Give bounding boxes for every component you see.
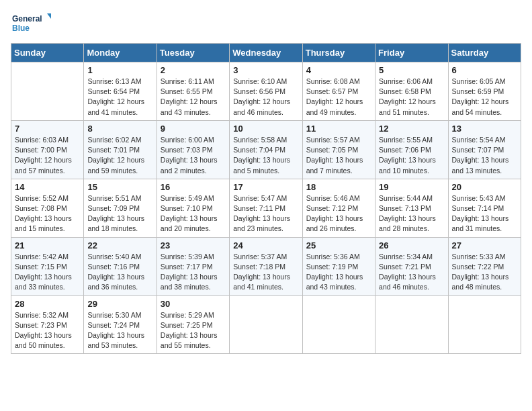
day-number: 25 [306, 240, 371, 250]
calendar-cell: 15Sunrise: 5:51 AMSunset: 7:09 PMDayligh… [84, 179, 157, 237]
day-number: 24 [233, 240, 298, 250]
calendar-cell: 4Sunrise: 6:08 AMSunset: 6:57 PMDaylight… [302, 62, 375, 121]
day-info: Sunrise: 5:32 AMSunset: 7:23 PMDaylight:… [15, 310, 80, 351]
calendar-cell: 25Sunrise: 5:36 AMSunset: 7:19 PMDayligh… [302, 237, 375, 295]
day-info: Sunrise: 5:46 AMSunset: 7:12 PMDaylight:… [306, 193, 371, 234]
day-number: 7 [15, 124, 80, 134]
calendar-cell [375, 295, 448, 354]
calendar-cell: 22Sunrise: 5:40 AMSunset: 7:16 PMDayligh… [84, 237, 157, 295]
day-number: 6 [452, 65, 517, 75]
day-number: 11 [306, 124, 371, 134]
day-number: 23 [161, 240, 226, 250]
calendar-cell [448, 295, 521, 354]
calendar-cell [302, 295, 375, 354]
day-number: 26 [379, 240, 444, 250]
day-info: Sunrise: 5:47 AMSunset: 7:11 PMDaylight:… [233, 193, 298, 234]
calendar-cell: 1Sunrise: 6:13 AMSunset: 6:54 PMDaylight… [84, 62, 157, 121]
calendar-cell: 27Sunrise: 5:33 AMSunset: 7:22 PMDayligh… [448, 237, 521, 295]
calendar-cell: 14Sunrise: 5:52 AMSunset: 7:08 PMDayligh… [11, 179, 84, 237]
calendar-table: SundayMondayTuesdayWednesdayThursdayFrid… [11, 43, 521, 354]
col-header-monday: Monday [84, 44, 157, 62]
calendar-cell [230, 295, 302, 354]
day-number: 4 [306, 65, 371, 75]
day-info: Sunrise: 5:52 AMSunset: 7:08 PMDaylight:… [15, 193, 80, 234]
day-number: 2 [161, 65, 226, 75]
calendar-cell: 7Sunrise: 6:03 AMSunset: 7:00 PMDaylight… [11, 120, 84, 179]
svg-marker-3 [47, 13, 51, 19]
week-row-1: 1Sunrise: 6:13 AMSunset: 6:54 PMDaylight… [11, 62, 521, 121]
col-header-thursday: Thursday [302, 44, 375, 62]
day-info: Sunrise: 5:29 AMSunset: 7:25 PMDaylight:… [161, 310, 226, 351]
calendar-cell: 5Sunrise: 6:06 AMSunset: 6:58 PMDaylight… [375, 62, 448, 121]
calendar-cell: 29Sunrise: 5:30 AMSunset: 7:24 PMDayligh… [84, 295, 157, 354]
day-number: 16 [161, 182, 226, 192]
day-info: Sunrise: 5:34 AMSunset: 7:21 PMDaylight:… [379, 252, 444, 293]
day-info: Sunrise: 5:55 AMSunset: 7:06 PMDaylight:… [379, 135, 444, 176]
day-info: Sunrise: 6:11 AMSunset: 6:55 PMDaylight:… [161, 77, 226, 118]
calendar-cell: 10Sunrise: 5:58 AMSunset: 7:04 PMDayligh… [230, 120, 302, 179]
svg-text:Blue: Blue [12, 24, 30, 33]
day-number: 28 [15, 299, 80, 309]
day-info: Sunrise: 5:39 AMSunset: 7:17 PMDaylight:… [161, 252, 226, 293]
week-row-2: 7Sunrise: 6:03 AMSunset: 7:00 PMDaylight… [11, 120, 521, 179]
day-number: 13 [452, 124, 517, 134]
day-info: Sunrise: 5:44 AMSunset: 7:13 PMDaylight:… [379, 193, 444, 234]
calendar-cell: 2Sunrise: 6:11 AMSunset: 6:55 PMDaylight… [157, 62, 229, 121]
day-number: 22 [87, 240, 152, 250]
calendar-cell: 3Sunrise: 6:10 AMSunset: 6:56 PMDaylight… [230, 62, 302, 121]
day-info: Sunrise: 5:54 AMSunset: 7:07 PMDaylight:… [452, 135, 517, 176]
col-header-saturday: Saturday [448, 44, 521, 62]
day-number: 29 [87, 299, 152, 309]
page-header: General Blue [11, 11, 521, 38]
calendar-cell: 17Sunrise: 5:47 AMSunset: 7:11 PMDayligh… [230, 179, 302, 237]
day-number: 15 [87, 182, 152, 192]
day-number: 3 [233, 65, 298, 75]
day-number: 14 [15, 182, 80, 192]
day-info: Sunrise: 5:33 AMSunset: 7:22 PMDaylight:… [452, 252, 517, 293]
calendar-cell: 18Sunrise: 5:46 AMSunset: 7:12 PMDayligh… [302, 179, 375, 237]
svg-text:General: General [12, 14, 42, 24]
day-info: Sunrise: 5:36 AMSunset: 7:19 PMDaylight:… [306, 252, 371, 293]
day-info: Sunrise: 5:58 AMSunset: 7:04 PMDaylight:… [233, 135, 298, 176]
day-number: 8 [87, 124, 152, 134]
calendar-cell: 30Sunrise: 5:29 AMSunset: 7:25 PMDayligh… [157, 295, 229, 354]
week-row-4: 21Sunrise: 5:42 AMSunset: 7:15 PMDayligh… [11, 237, 521, 295]
calendar-cell: 8Sunrise: 6:02 AMSunset: 7:01 PMDaylight… [84, 120, 157, 179]
day-info: Sunrise: 6:05 AMSunset: 6:59 PMDaylight:… [452, 77, 517, 118]
day-number: 10 [233, 124, 298, 134]
day-info: Sunrise: 5:51 AMSunset: 7:09 PMDaylight:… [87, 193, 152, 234]
day-number: 12 [379, 124, 444, 134]
calendar-cell: 11Sunrise: 5:57 AMSunset: 7:05 PMDayligh… [302, 120, 375, 179]
day-info: Sunrise: 5:57 AMSunset: 7:05 PMDaylight:… [306, 135, 371, 176]
day-info: Sunrise: 6:06 AMSunset: 6:58 PMDaylight:… [379, 77, 444, 118]
day-info: Sunrise: 5:42 AMSunset: 7:15 PMDaylight:… [15, 252, 80, 293]
calendar-cell: 23Sunrise: 5:39 AMSunset: 7:17 PMDayligh… [157, 237, 229, 295]
calendar-cell: 26Sunrise: 5:34 AMSunset: 7:21 PMDayligh… [375, 237, 448, 295]
week-row-5: 28Sunrise: 5:32 AMSunset: 7:23 PMDayligh… [11, 295, 521, 354]
calendar-cell: 6Sunrise: 6:05 AMSunset: 6:59 PMDaylight… [448, 62, 521, 121]
day-info: Sunrise: 6:03 AMSunset: 7:00 PMDaylight:… [15, 135, 80, 176]
calendar-cell: 13Sunrise: 5:54 AMSunset: 7:07 PMDayligh… [448, 120, 521, 179]
day-number: 27 [452, 240, 517, 250]
calendar-cell: 24Sunrise: 5:37 AMSunset: 7:18 PMDayligh… [230, 237, 302, 295]
day-number: 21 [15, 240, 80, 250]
week-row-3: 14Sunrise: 5:52 AMSunset: 7:08 PMDayligh… [11, 179, 521, 237]
day-number: 18 [306, 182, 371, 192]
day-info: Sunrise: 5:49 AMSunset: 7:10 PMDaylight:… [161, 193, 226, 234]
logo: General Blue [11, 11, 51, 38]
day-number: 5 [379, 65, 444, 75]
day-info: Sunrise: 5:40 AMSunset: 7:16 PMDaylight:… [87, 252, 152, 293]
day-info: Sunrise: 5:43 AMSunset: 7:14 PMDaylight:… [452, 193, 517, 234]
calendar-cell: 19Sunrise: 5:44 AMSunset: 7:13 PMDayligh… [375, 179, 448, 237]
day-info: Sunrise: 6:02 AMSunset: 7:01 PMDaylight:… [87, 135, 152, 176]
day-number: 19 [379, 182, 444, 192]
day-info: Sunrise: 6:08 AMSunset: 6:57 PMDaylight:… [306, 77, 371, 118]
day-number: 30 [161, 299, 226, 309]
day-number: 1 [87, 65, 152, 75]
col-header-wednesday: Wednesday [230, 44, 302, 62]
calendar-cell: 28Sunrise: 5:32 AMSunset: 7:23 PMDayligh… [11, 295, 84, 354]
col-header-sunday: Sunday [11, 44, 84, 62]
calendar-cell: 16Sunrise: 5:49 AMSunset: 7:10 PMDayligh… [157, 179, 229, 237]
day-info: Sunrise: 5:37 AMSunset: 7:18 PMDaylight:… [233, 252, 298, 293]
calendar-cell: 12Sunrise: 5:55 AMSunset: 7:06 PMDayligh… [375, 120, 448, 179]
